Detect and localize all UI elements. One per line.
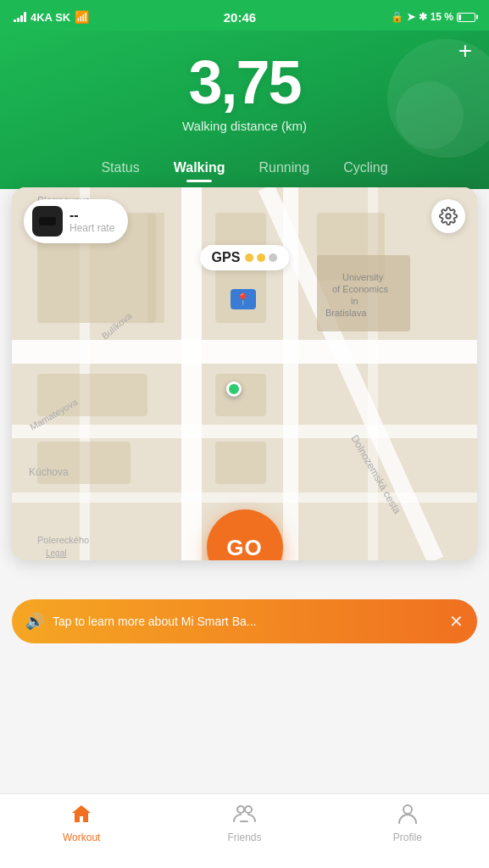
- svg-point-34: [403, 805, 412, 814]
- profile-icon: [396, 803, 420, 828]
- svg-rect-14: [215, 442, 266, 484]
- carrier-label: 4KA SK: [31, 11, 70, 24]
- status-left: 4KA SK 📶: [14, 10, 89, 24]
- nav-item-workout[interactable]: Workout: [0, 803, 163, 843]
- profile-label: Profile: [393, 832, 422, 843]
- nav-item-profile[interactable]: Profile: [326, 803, 489, 843]
- svg-point-33: [245, 806, 252, 813]
- friends-icon: [231, 803, 257, 828]
- location-icon: ➤: [407, 11, 415, 23]
- banner-close-button[interactable]: ✕: [449, 611, 464, 632]
- workout-label: Workout: [63, 832, 100, 843]
- bottom-navigation: Workout Friends Profile: [0, 793, 489, 868]
- status-bar: 4KA SK 📶 20:46 🔒 ➤ ✱ 15 %: [0, 0, 489, 31]
- gps-label: GPS: [212, 250, 241, 265]
- gps-badge: GPS: [200, 245, 290, 270]
- banner-text: Tap to learn more about Mi Smart Ba...: [53, 615, 441, 628]
- svg-text:Legal: Legal: [46, 548, 66, 558]
- svg-rect-2: [181, 187, 202, 560]
- svg-point-32: [237, 806, 244, 813]
- signal-icon: [14, 12, 26, 22]
- svg-text:Kúchova: Kúchova: [29, 466, 69, 478]
- distance-value: 3,75: [17, 47, 472, 117]
- heart-rate-value: --: [69, 209, 114, 222]
- battery-icon: [457, 13, 475, 22]
- activity-tabs: Status Walking Running Cycling: [17, 153, 472, 189]
- banner-notification[interactable]: 🔊 Tap to learn more about Mi Smart Ba...…: [12, 599, 477, 643]
- gps-dot-3: [269, 253, 277, 262]
- gear-icon: [439, 207, 458, 225]
- settings-button[interactable]: [431, 199, 465, 233]
- svg-point-31: [446, 214, 451, 219]
- gps-dot-1: [245, 253, 253, 262]
- map-section: University of Economics in Bratislava Bl…: [12, 187, 477, 560]
- gps-dot-2: [257, 253, 265, 262]
- nav-item-friends[interactable]: Friends: [163, 803, 325, 843]
- svg-text:of Economics: of Economics: [332, 284, 389, 294]
- tab-cycling[interactable]: Cycling: [326, 153, 404, 189]
- status-right: 🔒 ➤ ✱ 15 %: [391, 11, 475, 23]
- speaker-icon: 🔊: [25, 612, 44, 631]
- tab-walking[interactable]: Walking: [157, 153, 242, 189]
- svg-text:in: in: [351, 296, 358, 306]
- band-icon: [32, 206, 63, 236]
- heart-rate-overlay: -- Heart rate: [24, 199, 128, 243]
- distance-label: Walking distance (km): [17, 119, 472, 133]
- heart-rate-info: -- Heart rate: [69, 209, 114, 234]
- friends-label: Friends: [227, 832, 261, 843]
- gps-dots: [245, 253, 277, 262]
- tab-status[interactable]: Status: [84, 153, 156, 189]
- svg-text:Bratislava: Bratislava: [325, 308, 367, 318]
- hero-section: + 3,75 Walking distance (km) Status Walk…: [0, 31, 489, 189]
- svg-text:Polereckého: Polereckého: [37, 535, 89, 545]
- time-label: 20:46: [224, 10, 256, 25]
- battery-label: 15 %: [431, 11, 453, 23]
- tab-running[interactable]: Running: [242, 153, 327, 189]
- add-button[interactable]: +: [458, 39, 472, 63]
- heart-rate-label: Heart rate: [69, 222, 114, 234]
- wifi-icon: 📶: [75, 10, 89, 24]
- svg-text:📍: 📍: [236, 292, 251, 307]
- bluetooth-icon: ✱: [419, 11, 427, 23]
- location-marker: [226, 381, 242, 397]
- svg-rect-13: [215, 374, 266, 416]
- svg-rect-16: [147, 213, 164, 323]
- workout-icon: [69, 803, 93, 828]
- lock-icon: 🔒: [391, 11, 403, 23]
- band-screen: [39, 217, 56, 225]
- svg-text:University: University: [342, 272, 384, 282]
- map-background: University of Economics in Bratislava Bl…: [12, 187, 477, 560]
